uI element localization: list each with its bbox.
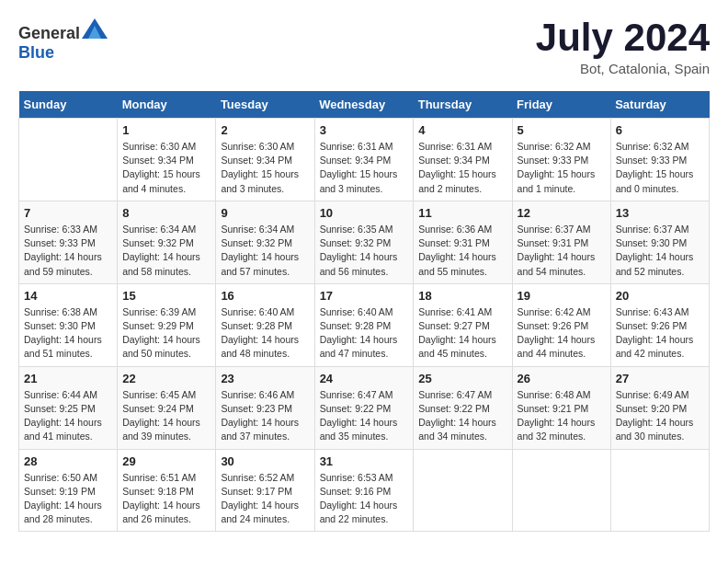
day-number: 4 [418,123,506,137]
day-info: Sunrise: 6:49 AMSunset: 9:20 PMDaylight:… [616,388,704,444]
day-number: 27 [616,372,704,385]
calendar-cell: 25Sunrise: 6:47 AMSunset: 9:22 PMDayligh… [414,366,512,449]
day-info: Sunrise: 6:40 AMSunset: 9:28 PMDaylight:… [221,305,309,362]
calendar-cell: 22Sunrise: 6:45 AMSunset: 9:24 PMDayligh… [118,366,216,449]
calendar-cell: 16Sunrise: 6:40 AMSunset: 9:28 PMDayligh… [216,283,314,366]
day-number: 11 [418,206,506,220]
logo-wordmark: General Blue [18,18,108,63]
calendar-cell: 7Sunrise: 6:33 AMSunset: 9:33 PMDaylight… [19,201,118,283]
calendar-cell: 6Sunrise: 6:32 AMSunset: 9:33 PMDaylight… [610,119,709,201]
day-info: Sunrise: 6:38 AMSunset: 9:30 PMDaylight:… [24,305,112,362]
calendar-cell: 17Sunrise: 6:40 AMSunset: 9:28 PMDayligh… [314,283,414,366]
calendar-cell: 10Sunrise: 6:35 AMSunset: 9:32 PMDayligh… [314,201,414,283]
day-info: Sunrise: 6:37 AMSunset: 9:30 PMDaylight:… [616,223,704,279]
day-number: 8 [122,206,210,220]
calendar-cell: 30Sunrise: 6:52 AMSunset: 9:17 PMDayligh… [216,449,314,532]
weekday-header-cell: Friday [512,91,610,119]
calendar-cell [19,119,118,201]
weekday-header-cell: Wednesday [314,91,414,119]
calendar-cell: 1Sunrise: 6:30 AMSunset: 9:34 PMDaylight… [118,119,216,201]
month-title: July 2024 [536,18,710,57]
calendar-cell: 19Sunrise: 6:42 AMSunset: 9:26 PMDayligh… [512,283,610,366]
day-number: 20 [616,289,704,303]
calendar-cell: 28Sunrise: 6:50 AMSunset: 9:19 PMDayligh… [19,449,118,532]
day-number: 2 [221,123,309,137]
calendar-cell: 24Sunrise: 6:47 AMSunset: 9:22 PMDayligh… [314,366,414,449]
day-number: 25 [418,372,506,385]
day-info: Sunrise: 6:45 AMSunset: 9:24 PMDaylight:… [122,388,210,444]
calendar-cell: 8Sunrise: 6:34 AMSunset: 9:32 PMDaylight… [118,201,216,283]
calendar-cell [414,449,512,532]
day-number: 18 [418,289,506,303]
calendar-week-row: 1Sunrise: 6:30 AMSunset: 9:34 PMDaylight… [19,119,710,201]
day-info: Sunrise: 6:39 AMSunset: 9:29 PMDaylight:… [122,305,210,362]
weekday-header-cell: Monday [118,91,216,119]
calendar-cell: 21Sunrise: 6:44 AMSunset: 9:25 PMDayligh… [19,366,118,449]
day-number: 15 [122,289,210,303]
day-number: 28 [24,454,112,468]
calendar-cell: 29Sunrise: 6:51 AMSunset: 9:18 PMDayligh… [118,449,216,532]
calendar-cell: 18Sunrise: 6:41 AMSunset: 9:27 PMDayligh… [414,283,512,366]
weekday-header-cell: Saturday [610,91,709,119]
location: Bot, Catalonia, Spain [536,61,710,76]
day-info: Sunrise: 6:33 AMSunset: 9:33 PMDaylight:… [24,223,112,279]
day-number: 31 [320,454,409,468]
calendar-cell: 27Sunrise: 6:49 AMSunset: 9:20 PMDayligh… [610,366,709,449]
day-number: 10 [320,206,409,220]
weekday-header-cell: Tuesday [216,91,314,119]
day-number: 5 [518,123,606,137]
day-info: Sunrise: 6:47 AMSunset: 9:22 PMDaylight:… [418,388,506,444]
day-number: 3 [320,123,409,137]
calendar-cell [610,449,709,532]
weekday-header-cell: Thursday [414,91,512,119]
day-info: Sunrise: 6:42 AMSunset: 9:26 PMDaylight:… [518,305,606,362]
calendar-cell [512,449,610,532]
day-info: Sunrise: 6:41 AMSunset: 9:27 PMDaylight:… [418,305,506,362]
day-info: Sunrise: 6:34 AMSunset: 9:32 PMDaylight:… [221,223,309,279]
weekday-header-row: SundayMondayTuesdayWednesdayThursdayFrid… [19,91,710,119]
calendar-week-row: 7Sunrise: 6:33 AMSunset: 9:33 PMDaylight… [19,201,710,283]
day-number: 6 [616,123,704,137]
day-info: Sunrise: 6:46 AMSunset: 9:23 PMDaylight:… [221,388,309,444]
day-number: 24 [320,372,409,385]
logo-general: General [18,24,80,42]
calendar-week-row: 14Sunrise: 6:38 AMSunset: 9:30 PMDayligh… [19,283,710,366]
day-info: Sunrise: 6:35 AMSunset: 9:32 PMDaylight:… [320,223,409,279]
logo-icon [82,18,108,39]
day-info: Sunrise: 6:50 AMSunset: 9:19 PMDaylight:… [24,471,112,527]
calendar-cell: 15Sunrise: 6:39 AMSunset: 9:29 PMDayligh… [118,283,216,366]
day-number: 17 [320,289,409,303]
calendar-cell: 20Sunrise: 6:43 AMSunset: 9:26 PMDayligh… [610,283,709,366]
day-info: Sunrise: 6:31 AMSunset: 9:34 PMDaylight:… [418,140,506,196]
calendar-cell: 11Sunrise: 6:36 AMSunset: 9:31 PMDayligh… [414,201,512,283]
day-number: 1 [122,123,210,137]
day-number: 9 [221,206,309,220]
day-info: Sunrise: 6:40 AMSunset: 9:28 PMDaylight:… [320,305,409,362]
page-header: General Blue July 2024 Bot, Catalonia, S… [18,18,710,76]
calendar-cell: 14Sunrise: 6:38 AMSunset: 9:30 PMDayligh… [19,283,118,366]
calendar-body: 1Sunrise: 6:30 AMSunset: 9:34 PMDaylight… [19,119,710,532]
calendar-cell: 9Sunrise: 6:34 AMSunset: 9:32 PMDaylight… [216,201,314,283]
day-number: 14 [24,289,112,303]
day-number: 29 [122,454,210,468]
day-info: Sunrise: 6:34 AMSunset: 9:32 PMDaylight:… [122,223,210,279]
day-info: Sunrise: 6:32 AMSunset: 9:33 PMDaylight:… [616,140,704,196]
day-info: Sunrise: 6:30 AMSunset: 9:34 PMDaylight:… [122,140,210,196]
day-info: Sunrise: 6:53 AMSunset: 9:16 PMDaylight:… [320,471,409,527]
day-info: Sunrise: 6:32 AMSunset: 9:33 PMDaylight:… [518,140,606,196]
day-number: 22 [122,372,210,385]
day-number: 13 [616,206,704,220]
weekday-header-cell: Sunday [19,91,118,119]
day-number: 16 [221,289,309,303]
day-info: Sunrise: 6:52 AMSunset: 9:17 PMDaylight:… [221,471,309,527]
day-number: 21 [24,372,112,385]
logo-blue: Blue [18,43,54,62]
calendar-cell: 5Sunrise: 6:32 AMSunset: 9:33 PMDaylight… [512,119,610,201]
calendar-cell: 23Sunrise: 6:46 AMSunset: 9:23 PMDayligh… [216,366,314,449]
day-number: 19 [518,289,606,303]
day-number: 12 [518,206,606,220]
day-info: Sunrise: 6:48 AMSunset: 9:21 PMDaylight:… [518,388,606,444]
day-info: Sunrise: 6:37 AMSunset: 9:31 PMDaylight:… [518,223,606,279]
calendar-table: SundayMondayTuesdayWednesdayThursdayFrid… [18,91,710,532]
calendar-cell: 13Sunrise: 6:37 AMSunset: 9:30 PMDayligh… [610,201,709,283]
